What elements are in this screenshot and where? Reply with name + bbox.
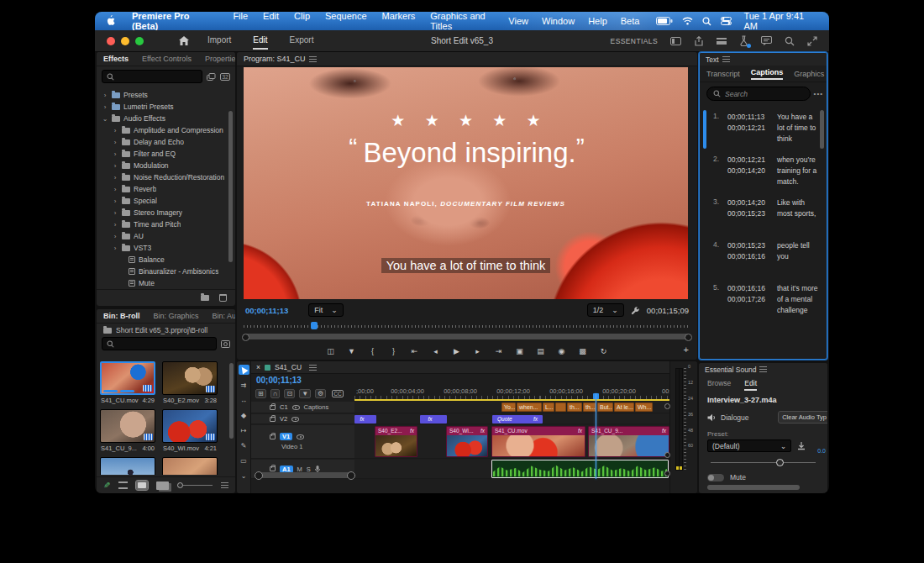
bin-scrollbar[interactable]: [229, 363, 234, 439]
effects-scrollbar[interactable]: [228, 111, 233, 262]
panel-menu-icon[interactable]: [309, 365, 317, 371]
panel-title[interactable]: Text: [706, 55, 719, 64]
caption-clip[interactable]: Yo...: [501, 403, 516, 412]
effects-tree-item[interactable]: Balance: [97, 254, 235, 266]
caption-text[interactable]: Like with most sports,: [777, 197, 818, 230]
spotlight-search-icon[interactable]: [702, 17, 711, 26]
transport-button[interactable]: ◂: [431, 347, 441, 355]
essential-sound-scrollbar[interactable]: [707, 485, 800, 490]
effects-tree-item[interactable]: › Modulation: [97, 160, 235, 171]
effects-tree-item[interactable]: › Lumetri Presets: [97, 101, 235, 113]
timeline-toolbar-button[interactable]: ⊞: [255, 389, 266, 398]
program-playhead[interactable]: [311, 322, 318, 329]
caption-row[interactable]: 1. 00;00;11;1300;00;12;21 You have a lot…: [700, 107, 827, 150]
thumbnail-size-slider[interactable]: [177, 485, 213, 486]
bin-tab[interactable]: Bin: B-roll: [97, 310, 147, 322]
lock-icon[interactable]: [270, 466, 276, 471]
caption-clip[interactable]: th...: [583, 403, 596, 412]
transport-button[interactable]: ▤: [536, 347, 546, 355]
program-tab[interactable]: Program: S41_CU: [244, 55, 306, 63]
menubar-item[interactable]: Markers: [382, 12, 416, 31]
graphic-clip[interactable]: fx: [354, 415, 376, 424]
caption-clip[interactable]: when...: [517, 403, 542, 412]
transport-button[interactable]: ⇥: [494, 347, 504, 355]
bin-path[interactable]: Short Edit v65_3.prproj\B-roll: [116, 326, 207, 334]
timeline-toolbar-button[interactable]: ⊡: [284, 389, 295, 398]
timeline-horizontal-scrollbar[interactable]: [256, 472, 354, 478]
chevron-icon[interactable]: ⌄: [102, 115, 108, 123]
caption-text[interactable]: You have a lot of time to think: [777, 112, 818, 145]
menubar-item[interactable]: Help: [588, 16, 607, 26]
captions-search-input[interactable]: Search: [706, 87, 811, 101]
button-editor-plus[interactable]: +: [684, 345, 689, 355]
chevron-icon[interactable]: ›: [102, 92, 108, 99]
menubar-item[interactable]: Window: [542, 16, 575, 26]
menubar-item[interactable]: Edit: [263, 12, 279, 31]
caption-clip[interactable]: [555, 403, 566, 412]
effects-tree-item[interactable]: › VST3: [97, 242, 235, 254]
accelerated-effects-icon[interactable]: [207, 73, 216, 81]
program-video-frame[interactable]: ★ ★ ★ ★ ★ “ Beyond inspiring.” TATIANA N…: [244, 67, 688, 299]
clip-thumbnail[interactable]: [162, 409, 218, 443]
thumbnail-view-icon[interactable]: [136, 481, 148, 490]
essential-sound-tab[interactable]: Browse: [707, 379, 731, 391]
caption-text[interactable]: that it’s more of a mental challenge: [777, 283, 818, 316]
v2-lane[interactable]: fxfxQuotefx: [354, 414, 669, 424]
transport-button[interactable]: ◉: [557, 347, 567, 355]
clip-thumbnail[interactable]: [100, 361, 155, 395]
zoom-level-dropdown[interactable]: Fit⌄: [308, 303, 344, 317]
new-custom-bin-icon[interactable]: [201, 295, 209, 301]
video-clip[interactable]: S41_CU_9...fx: [588, 426, 669, 457]
effects-tree-item[interactable]: Binauralizer - Ambisonics: [97, 266, 235, 277]
chevron-icon[interactable]: ›: [102, 103, 108, 111]
lock-icon[interactable]: [270, 417, 276, 422]
effects-tree-item[interactable]: › Special: [97, 195, 235, 207]
bin-clip[interactable]: S40_WI.mov 4:21: [162, 409, 218, 452]
transport-button[interactable]: ▩: [578, 347, 588, 355]
chevron-icon[interactable]: ›: [112, 174, 118, 182]
bin-clip[interactable]: [162, 457, 218, 475]
bin-search-input[interactable]: [102, 337, 217, 350]
menubar-item[interactable]: File: [233, 12, 248, 31]
settings-wrench-icon[interactable]: [631, 306, 640, 315]
audio-type-label[interactable]: Dialogue: [721, 413, 749, 422]
menubar-item[interactable]: View: [508, 16, 528, 26]
clear-audio-type-button[interactable]: Clear Audio Typ: [778, 411, 827, 424]
timeline-toolbar-button[interactable]: ▼: [299, 389, 311, 398]
transport-button[interactable]: ↻: [599, 347, 609, 355]
chevron-icon[interactable]: ›: [112, 139, 118, 146]
bin-tab[interactable]: Bin: Au: [206, 310, 235, 322]
caption-row[interactable]: 4. 00;00;15;2300;00;16;16 people tell yo…: [700, 235, 827, 278]
save-preset-icon[interactable]: [797, 442, 806, 450]
text-panel-tab[interactable]: Captions: [751, 68, 784, 80]
clip-thumbnail[interactable]: [100, 409, 155, 443]
timeline-tool-button[interactable]: ↦: [239, 425, 249, 435]
32bit-effects-icon[interactable]: 32: [220, 73, 230, 81]
panel-tab[interactable]: Propertie: [198, 53, 235, 65]
menubar-item[interactable]: Sequence: [325, 12, 367, 31]
caption-timecodes[interactable]: 00;00;15;2300;00;16;16: [727, 240, 771, 273]
program-timecode[interactable]: 00;00;11;13: [245, 306, 288, 315]
chevron-icon[interactable]: ›: [112, 233, 118, 240]
search-icon[interactable]: [785, 36, 795, 46]
panel-menu-icon[interactable]: [759, 366, 767, 372]
menubar-item[interactable]: Graphics and Titles: [430, 12, 508, 31]
caption-row[interactable]: 3. 00;00;14;2000;00;15;23 Like with most…: [700, 192, 827, 235]
timeline-vertical-scroll-knob[interactable]: [664, 471, 670, 476]
effects-tree-item[interactable]: › Reverb: [97, 183, 235, 195]
mode-tab[interactable]: Export: [290, 32, 314, 50]
caption-text[interactable]: when you’re training for a match.: [777, 155, 818, 187]
timeline-ruler[interactable]: ;00;0000;00;04;0000;00;08;0000;00;12;000…: [354, 387, 669, 401]
caption-text[interactable]: people tell you: [777, 240, 818, 273]
v1-lane[interactable]: S40_E2...fx S40_WI...fx S41_CU.movfx S41…: [354, 425, 669, 458]
menubar-clock[interactable]: Tue 1 Apr 9:41 AM: [743, 12, 819, 31]
list-view-icon[interactable]: [118, 481, 128, 489]
timeline-timecode[interactable]: 00;00;11;13: [256, 376, 302, 385]
close-window-button[interactable]: [107, 37, 115, 45]
timeline-tool-button[interactable]: ◆: [239, 410, 249, 420]
panel-menu-icon[interactable]: [722, 56, 730, 62]
chevron-icon[interactable]: ›: [112, 221, 118, 229]
caption-timecodes[interactable]: 00;00;12;2100;00;14;20: [727, 155, 771, 187]
panel-tab[interactable]: Effects: [97, 53, 135, 65]
video-clip[interactable]: S41_CU.movfx: [491, 426, 585, 457]
